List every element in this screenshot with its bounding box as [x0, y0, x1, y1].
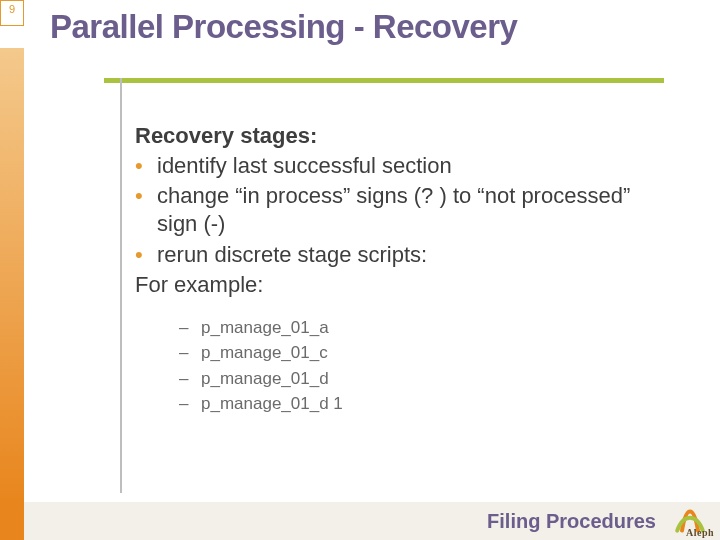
bullet-item: • change “in process” signs (? ) to “not…	[135, 182, 645, 238]
sub-item-text: p_manage_01_d 1	[201, 391, 343, 417]
footer-orange-block	[0, 502, 24, 540]
slide-title: Parallel Processing - Recovery	[50, 8, 517, 46]
sub-item: – p_manage_01_a	[179, 315, 645, 341]
sub-item-text: p_manage_01_d	[201, 366, 329, 392]
sub-item: – p_manage_01_d	[179, 366, 645, 392]
dash-icon: –	[179, 366, 201, 392]
dash-icon: –	[179, 340, 201, 366]
sub-item: – p_manage_01_d 1	[179, 391, 645, 417]
sub-item-text: p_manage_01_c	[201, 340, 328, 366]
content-area: Recovery stages: • identify last success…	[135, 122, 645, 417]
footer: Filing Procedures	[0, 502, 720, 540]
content-heading: Recovery stages:	[135, 122, 645, 150]
bullet-text: rerun discrete stage scripts:	[157, 241, 645, 269]
left-orange-strip	[0, 48, 24, 508]
sub-list: – p_manage_01_a – p_manage_01_c – p_mana…	[179, 315, 645, 417]
logo-text: Aleph	[686, 527, 714, 538]
bullet-dot-icon: •	[135, 152, 157, 180]
page-number-box: 9	[0, 0, 24, 26]
dash-icon: –	[179, 391, 201, 417]
bullet-item: • identify last successful section	[135, 152, 645, 180]
bullet-text: change “in process” signs (? ) to “not p…	[157, 182, 645, 238]
footer-label: Filing Procedures	[487, 510, 656, 533]
bullet-item: • rerun discrete stage scripts:	[135, 241, 645, 269]
for-example-label: For example:	[135, 271, 645, 299]
sub-item-text: p_manage_01_a	[201, 315, 329, 341]
dash-icon: –	[179, 315, 201, 341]
page-number: 9	[9, 3, 15, 15]
vertical-rule-gray	[120, 78, 122, 493]
sub-item: – p_manage_01_c	[179, 340, 645, 366]
bullet-dot-icon: •	[135, 241, 157, 269]
horizontal-rule-green	[104, 78, 664, 83]
slide: 9 Parallel Processing - Recovery Recover…	[0, 0, 720, 540]
footer-bar: Filing Procedures	[24, 502, 720, 540]
bullet-text: identify last successful section	[157, 152, 645, 180]
bullet-dot-icon: •	[135, 182, 157, 210]
